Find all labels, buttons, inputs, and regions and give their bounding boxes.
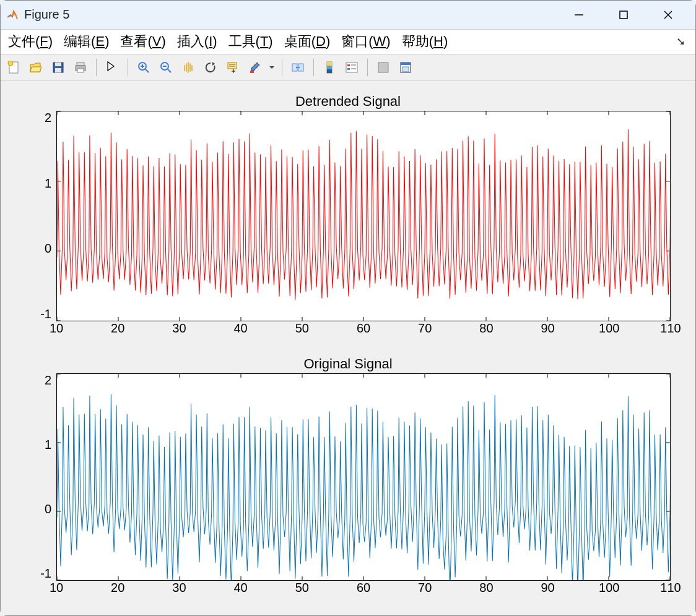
svg-point-5 xyxy=(8,61,13,66)
svg-rect-29 xyxy=(327,66,332,69)
y-tick: 1 xyxy=(45,438,51,452)
show-tools-button[interactable] xyxy=(396,58,415,77)
toolbar-separator xyxy=(96,59,97,76)
svg-line-13 xyxy=(146,69,149,72)
svg-rect-36 xyxy=(378,63,388,72)
brush-dropdown-button[interactable] xyxy=(268,58,276,77)
x-axis-1: 102030405060708090100110 xyxy=(56,321,671,337)
y-tick: 0 xyxy=(45,502,51,516)
x-tick: 50 xyxy=(295,581,309,595)
menu-window[interactable]: 窗口(W) xyxy=(339,31,393,52)
titlebar: Figure 5 xyxy=(1,1,695,30)
plot-area: Detrended Signal 2 1 0 -1 10203040506070… xyxy=(1,81,695,615)
x-tick: 60 xyxy=(357,321,370,336)
close-button[interactable] xyxy=(653,4,683,26)
x-tick: 10 xyxy=(50,581,63,595)
svg-rect-38 xyxy=(401,63,411,65)
plot-box-1[interactable] xyxy=(56,111,671,321)
menu-help[interactable]: 帮助(H) xyxy=(399,31,451,52)
x-tick: 50 xyxy=(295,321,309,336)
pan-button[interactable] xyxy=(179,58,198,77)
menu-insert[interactable]: 插入(I) xyxy=(175,31,220,52)
menubar: 文件(F) 编辑(E) 查看(V) 插入(I) 工具(T) 桌面(D) 窗口(W… xyxy=(1,30,695,55)
x-tick: 80 xyxy=(479,581,493,595)
x-tick: 40 xyxy=(233,581,247,595)
menu-file[interactable]: 文件(F) xyxy=(6,31,55,52)
zoom-out-button[interactable] xyxy=(157,58,175,77)
window-controls xyxy=(564,4,683,26)
x-tick: 90 xyxy=(541,321,554,336)
link-button[interactable] xyxy=(289,58,307,77)
menu-edit[interactable]: 编辑(E) xyxy=(61,31,111,52)
svg-rect-39 xyxy=(402,67,409,72)
toolbar-separator xyxy=(282,59,282,76)
svg-rect-7 xyxy=(55,63,61,66)
save-button[interactable] xyxy=(49,58,67,77)
print-button[interactable] xyxy=(71,58,90,77)
y-tick: 2 xyxy=(45,373,51,388)
menu-desktop[interactable]: 桌面(D) xyxy=(282,31,333,52)
menu-view[interactable]: 查看(V) xyxy=(118,31,168,52)
x-tick: 40 xyxy=(233,321,247,336)
x-tick: 70 xyxy=(418,321,432,336)
x-tick: 110 xyxy=(660,581,681,595)
y-tick: 1 xyxy=(45,176,51,191)
subplot-1: Detrended Signal 2 1 0 -1 10203040506070… xyxy=(25,93,671,337)
x-tick: 70 xyxy=(418,581,432,595)
x-tick: 60 xyxy=(357,581,370,595)
x-tick: 30 xyxy=(172,321,186,336)
svg-rect-31 xyxy=(346,63,357,72)
edit-plot-button[interactable] xyxy=(103,58,121,77)
svg-rect-28 xyxy=(327,62,332,66)
x-tick: 20 xyxy=(111,581,124,595)
maximize-button[interactable] xyxy=(609,4,638,26)
x-tick: 100 xyxy=(599,581,619,595)
svg-rect-8 xyxy=(55,68,61,72)
matlab-icon xyxy=(6,8,19,22)
svg-line-17 xyxy=(168,69,171,72)
axes-2[interactable]: 2 1 0 -1 xyxy=(25,373,671,581)
svg-rect-11 xyxy=(77,69,84,72)
new-figure-button[interactable] xyxy=(4,58,23,77)
svg-rect-1 xyxy=(620,11,627,19)
toolbar-separator xyxy=(313,59,314,76)
subplot-2: Original Signal 2 1 0 -1 102030405060708… xyxy=(25,356,671,597)
rotate-button[interactable] xyxy=(201,58,220,77)
svg-rect-19 xyxy=(228,63,237,69)
minimize-button[interactable] xyxy=(564,4,594,26)
toolbar xyxy=(1,54,695,81)
toolbar-separator xyxy=(128,59,128,76)
svg-rect-30 xyxy=(327,69,332,73)
legend-button[interactable] xyxy=(342,58,361,77)
x-tick: 30 xyxy=(172,581,186,595)
x-axis-2: 102030405060708090100110 xyxy=(56,581,671,597)
y-tick: 0 xyxy=(45,241,51,256)
x-tick: 80 xyxy=(479,321,493,336)
x-tick: 10 xyxy=(50,321,63,336)
data-cursor-button[interactable] xyxy=(224,58,242,77)
axes-1[interactable]: 2 1 0 -1 xyxy=(25,111,671,321)
figure-window: Figure 5 文件(F) 编辑(E) 查看(V) 插入(I) 工具(T) 桌… xyxy=(0,0,696,616)
svg-rect-24 xyxy=(250,71,254,73)
x-tick: 20 xyxy=(111,321,124,336)
brush-button[interactable] xyxy=(246,58,264,77)
y-tick: -1 xyxy=(40,307,51,321)
menu-tools[interactable]: 工具(T) xyxy=(226,31,276,52)
y-axis-1: 2 1 0 -1 xyxy=(25,111,56,321)
x-tick: 90 xyxy=(541,581,554,595)
plot-box-2[interactable] xyxy=(56,373,671,581)
svg-rect-32 xyxy=(347,64,350,66)
x-tick: 110 xyxy=(660,321,681,336)
menu-dock-arrow-icon[interactable]: ➘ xyxy=(676,35,690,48)
zoom-in-button[interactable] xyxy=(134,58,153,77)
y-axis-2: 2 1 0 -1 xyxy=(25,373,56,581)
plot-title-2: Original Signal xyxy=(25,356,671,372)
hide-tools-button[interactable] xyxy=(374,58,393,77)
x-tick: 100 xyxy=(599,321,619,336)
plot-title-1: Detrended Signal xyxy=(25,93,671,110)
y-tick: 2 xyxy=(45,111,51,125)
open-button[interactable] xyxy=(27,58,45,77)
window-title: Figure 5 xyxy=(24,7,564,22)
svg-rect-33 xyxy=(347,68,350,70)
colorbar-button[interactable] xyxy=(320,58,339,77)
